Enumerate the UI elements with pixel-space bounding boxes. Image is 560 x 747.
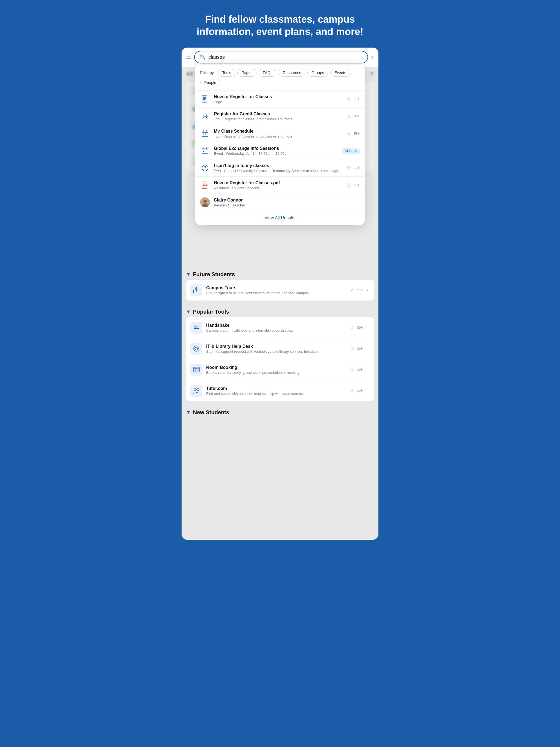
result-icon-2: [200, 111, 210, 121]
star-icon-6[interactable]: ☆: [347, 182, 351, 188]
list-item-campus-tours[interactable]: Campus Tours App designed to help studen…: [186, 280, 374, 301]
list-item-handshake[interactable]: Handshake Careers platform with jobs and…: [186, 317, 374, 338]
result-title-2: Register for Credit Classes: [214, 111, 342, 117]
result-icon-7: [200, 198, 210, 207]
more-room-booking[interactable]: ···: [365, 367, 370, 373]
tutorcom-actions: ☆ ≡+ ···: [350, 388, 370, 394]
svg-point-42: [197, 389, 199, 391]
addlist-tutorcom[interactable]: ≡+: [357, 388, 363, 394]
handshake-icon: [190, 321, 202, 334]
star-room-booking[interactable]: ☆: [350, 367, 354, 373]
filter-chip-tools[interactable]: Tools: [218, 69, 235, 77]
campus-tours-icon: [190, 284, 202, 296]
addlist-campus-tours[interactable]: ≡+: [357, 287, 363, 293]
result-subtitle-1: Page: [214, 100, 342, 104]
filter-label: Filter by:: [200, 71, 215, 75]
section-header-future-students: ▼ Future Students: [186, 267, 374, 280]
result-item-6[interactable]: PDF How to Register for Classes.pdf Reso…: [195, 177, 365, 194]
result-item-2[interactable]: Register for Credit Classes Tool · Regis…: [195, 108, 365, 125]
it-helpdesk-desc: Submit a support request with technology…: [206, 350, 346, 354]
classes-tag: Classes: [342, 148, 360, 154]
addlist-room-booking[interactable]: ≡+: [357, 367, 363, 373]
svg-text:PDF: PDF: [203, 184, 208, 187]
result-item-4[interactable]: Global Exchange Info Sessions Event · We…: [195, 142, 365, 159]
star-icon-2[interactable]: ☆: [347, 113, 351, 119]
hamburger-icon[interactable]: ☰: [186, 54, 192, 61]
result-actions-6: ☆ ≡+: [347, 182, 360, 188]
chevron-popular-tools[interactable]: ▼: [186, 309, 191, 315]
svg-rect-16: [203, 151, 204, 152]
section-card-future-students: Campus Tours App designed to help studen…: [186, 280, 374, 301]
list-item-tutorcom[interactable]: Tutor.com Find and speak with an online …: [186, 380, 374, 401]
view-all-button[interactable]: View All Results: [195, 211, 365, 225]
addlist-handshake[interactable]: ≡+: [357, 325, 363, 331]
chevron-future-students[interactable]: ▼: [186, 272, 191, 277]
shield-icon: 🛡: [228, 203, 232, 207]
result-item-1[interactable]: How to Register for Classes Page ☆ ≡+: [195, 91, 365, 108]
campus-tours-desc: App designed to help students find tours…: [206, 291, 346, 295]
add-list-icon-1[interactable]: ≡+: [354, 96, 360, 102]
add-list-icon-3[interactable]: ≡+: [354, 131, 360, 136]
list-item-it-helpdesk[interactable]: IT & Library Help Desk Submit a support …: [186, 338, 374, 359]
chevron-new-students[interactable]: ▼: [186, 410, 191, 415]
it-helpdesk-content: IT & Library Help Desk Submit a support …: [206, 344, 346, 354]
star-it-helpdesk[interactable]: ☆: [350, 345, 354, 352]
svg-rect-10: [203, 133, 204, 134]
filter-chip-people[interactable]: People: [200, 79, 221, 86]
star-campus-tours[interactable]: ☆: [350, 287, 354, 293]
svg-rect-25: [195, 288, 196, 289]
svg-rect-30: [194, 328, 199, 329]
result-icon-6: PDF: [200, 180, 210, 190]
result-item-3[interactable]: My Class Schedule Tool · Register for cl…: [195, 125, 365, 142]
result-content-1: How to Register for Classes Page: [214, 94, 342, 104]
result-content-2: Register for Credit Classes Tool · Regis…: [214, 111, 342, 121]
result-actions-1: ☆ ≡+: [347, 96, 360, 102]
add-list-icon-5[interactable]: ≡+: [354, 165, 360, 171]
result-item-7[interactable]: Claire Connor Person · 🛡 Teacher: [195, 194, 365, 211]
more-it-helpdesk[interactable]: ···: [365, 346, 370, 352]
star-tutorcom[interactable]: ☆: [350, 388, 354, 394]
tutorcom-icon: [190, 385, 202, 397]
filter-chip-events[interactable]: Events: [330, 69, 350, 77]
result-icon-3: [200, 129, 210, 138]
result-subtitle-7: Person · 🛡 Teacher: [214, 203, 360, 207]
result-content-7: Claire Connor Person · 🛡 Teacher: [214, 198, 360, 207]
more-tutorcom[interactable]: ···: [365, 388, 370, 394]
more-campus-tours[interactable]: ···: [365, 287, 370, 293]
result-actions-5: ☆ ≡+: [347, 165, 360, 171]
room-booking-icon: [190, 364, 202, 376]
room-booking-content: Room Booking Book a room for study, grou…: [206, 365, 346, 375]
result-item-5[interactable]: ? I can't log in to my classes FAQ · Con…: [195, 159, 365, 177]
svg-text:?: ?: [204, 166, 206, 170]
filter-chip-resources[interactable]: Resources: [279, 69, 305, 77]
it-helpdesk-icon: [190, 343, 202, 355]
result-subtitle-3: Tool · Register for classes, drop classe…: [214, 134, 342, 138]
search-input-container: 🔍: [194, 51, 368, 63]
result-icon-4: [200, 146, 210, 156]
star-handshake[interactable]: ☆: [350, 325, 354, 331]
filter-chip-pages[interactable]: Pages: [237, 69, 256, 77]
tutorcom-content: Tutor.com Find and speak with an online …: [206, 386, 346, 396]
handshake-content: Handshake Careers platform with jobs and…: [206, 323, 346, 333]
result-icon-1: [200, 94, 210, 104]
result-subtitle-6: Resource · Student Services: [214, 186, 342, 190]
filter-chip-groups[interactable]: Groups: [307, 69, 328, 77]
result-content-6: How to Register for Classes.pdf Resource…: [214, 180, 342, 190]
filter-chip-faqs[interactable]: FAQs: [259, 69, 276, 77]
campus-tours-actions: ☆ ≡+ ···: [350, 287, 370, 293]
search-input[interactable]: [208, 54, 362, 60]
more-handshake[interactable]: ···: [365, 325, 370, 331]
star-icon-5[interactable]: ☆: [347, 165, 351, 171]
addlist-it-helpdesk[interactable]: ≡+: [357, 346, 363, 352]
star-icon-1[interactable]: ☆: [347, 96, 351, 102]
result-title-6: How to Register for Classes.pdf: [214, 180, 342, 185]
list-item-room-booking[interactable]: Room Booking Book a room for study, grou…: [186, 359, 374, 380]
add-list-icon-6[interactable]: ≡+: [354, 182, 360, 188]
close-icon[interactable]: ×: [371, 54, 374, 60]
avatar-7: [200, 198, 210, 207]
add-list-icon-2[interactable]: ≡+: [354, 113, 360, 119]
teacher-label: Teacher: [232, 203, 245, 207]
person-label: Person ·: [214, 203, 228, 207]
star-icon-3[interactable]: ☆: [347, 130, 351, 136]
svg-point-5: [204, 114, 206, 117]
